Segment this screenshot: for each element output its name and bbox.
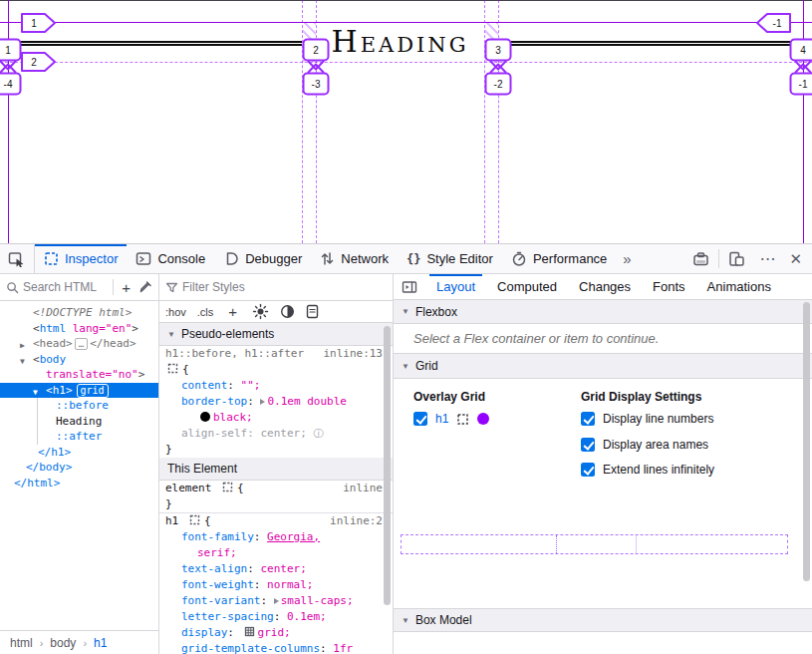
tab-layout[interactable]: Layout bbox=[425, 274, 486, 299]
screenshot-button[interactable] bbox=[685, 244, 716, 273]
property-border-top[interactable]: border-top: 0.1em double bbox=[159, 394, 393, 410]
rule-selector-line[interactable]: h1 { inline:2 bbox=[159, 513, 393, 529]
tab-animations[interactable]: Animations bbox=[696, 274, 782, 299]
node-picker-button[interactable] bbox=[0, 244, 35, 273]
sidebar-toggle-button[interactable] bbox=[394, 280, 425, 294]
tree-row-text-node[interactable]: Heading bbox=[38, 414, 158, 430]
setting-extend-lines-infinitely[interactable]: Extend lines infinitely bbox=[581, 463, 714, 477]
tab-debugger[interactable]: Debugger bbox=[214, 244, 311, 273]
grid-toggle-icon[interactable] bbox=[244, 626, 255, 637]
layout-sidebar: Layout Computed Changes Fonts Animations… bbox=[394, 274, 812, 654]
property-font-family-wrap[interactable]: serif; bbox=[159, 545, 393, 561]
setting-display-area-names[interactable]: Display area names bbox=[581, 438, 708, 452]
tab-network[interactable]: Network bbox=[311, 244, 398, 273]
setting-display-line-numbers[interactable]: Display line numbers bbox=[581, 412, 713, 426]
viewport-top-edge bbox=[0, 0, 812, 1]
tab-style-editor-label: Style Editor bbox=[426, 251, 492, 266]
checkbox-checked[interactable] bbox=[581, 438, 595, 452]
overlay-grid-checkbox[interactable] bbox=[413, 412, 427, 426]
property-font-family[interactable]: font-family: Georgia, bbox=[159, 529, 393, 545]
grid-color-swatch[interactable] bbox=[477, 413, 489, 425]
class-toggle[interactable]: .cls bbox=[197, 306, 214, 318]
tab-changes[interactable]: Changes bbox=[568, 274, 642, 299]
color-swatch-black[interactable] bbox=[200, 412, 210, 422]
expand-value-icon[interactable] bbox=[274, 598, 279, 604]
tree-row-body-attr[interactable]: translate="no"> bbox=[0, 367, 158, 383]
grid-col-line-4 bbox=[803, 0, 804, 243]
expand-value-icon[interactable] bbox=[260, 399, 265, 405]
tree-row-html-open[interactable]: <html lang="en"> bbox=[0, 321, 158, 337]
tree-row-pseudo-before[interactable]: ::before bbox=[38, 398, 158, 414]
breadcrumb-html[interactable]: html bbox=[10, 636, 33, 650]
responsive-design-mode-button[interactable] bbox=[721, 244, 752, 273]
tree-row-html-close[interactable]: </html> bbox=[0, 476, 158, 491]
font-link[interactable]: Georgia, bbox=[267, 530, 320, 543]
rule-source-link[interactable]: inline bbox=[343, 481, 383, 496]
add-rule-button[interactable]: + bbox=[224, 303, 241, 320]
add-node-button[interactable]: + bbox=[118, 279, 135, 296]
tab-console[interactable]: Console bbox=[127, 244, 214, 273]
grid-settings-icon[interactable] bbox=[456, 413, 469, 426]
search-html-input[interactable] bbox=[23, 280, 109, 294]
eyedropper-icon[interactable] bbox=[138, 280, 152, 294]
meatball-menu-icon: ⋯ bbox=[759, 249, 775, 268]
tree-row-doctype[interactable]: <!DOCTYPE html> bbox=[0, 305, 158, 321]
dark-theme-icon[interactable] bbox=[280, 304, 295, 319]
flexbox-section-header[interactable]: ▼ Flexbox bbox=[394, 300, 812, 324]
filter-styles-input[interactable] bbox=[182, 280, 387, 294]
grid-badge[interactable]: grid bbox=[77, 384, 109, 398]
pseudo-class-toggle[interactable]: :hov bbox=[165, 306, 186, 318]
rule-selector-line[interactable]: h1::before, h1::after inline:13 bbox=[159, 346, 393, 362]
box-model-section-header[interactable]: ▼ Box Model bbox=[394, 608, 812, 632]
tab-computed[interactable]: Computed bbox=[486, 274, 568, 299]
highlight-selector-icon[interactable] bbox=[222, 482, 233, 492]
inactive-info-icon[interactable]: ⓘ bbox=[313, 428, 323, 439]
layout-scrollbar[interactable] bbox=[803, 302, 810, 581]
rules-scrollbar[interactable] bbox=[384, 326, 391, 605]
chevron-double-icon: » bbox=[623, 250, 629, 267]
tree-row-body-open[interactable]: ▼ <body bbox=[0, 352, 158, 368]
property-font-weight[interactable]: font-weight: normal; bbox=[159, 577, 393, 593]
property-letter-spacing[interactable]: letter-spacing: 0.1em; bbox=[159, 609, 393, 625]
tree-row-pseudo-after[interactable]: ::after bbox=[38, 429, 158, 445]
light-theme-icon[interactable] bbox=[252, 303, 269, 320]
close-devtools-button[interactable]: ✕ bbox=[782, 244, 812, 273]
grid-section-header[interactable]: ▼ Grid bbox=[394, 354, 812, 379]
property-grid-template-columns[interactable]: grid-template-columns: 1fr bbox=[159, 641, 393, 654]
property-align-self[interactable]: align-self: center; ⓘ bbox=[159, 426, 393, 442]
grid-item-label[interactable]: h1 bbox=[435, 412, 448, 426]
highlight-selector-icon[interactable] bbox=[167, 363, 178, 374]
devtools-menu-button[interactable]: ⋯ bbox=[752, 244, 782, 273]
property-text-align[interactable]: text-align: center; bbox=[159, 561, 393, 577]
tree-row-h1-close[interactable]: </h1> bbox=[0, 445, 158, 461]
tab-style-editor[interactable]: {} Style Editor bbox=[398, 244, 502, 273]
tree-row-head[interactable]: ▶ <head>…</head> bbox=[0, 336, 158, 352]
tab-performance[interactable]: Performance bbox=[502, 244, 616, 273]
more-tabs-button[interactable]: » bbox=[616, 244, 636, 273]
grid-row-badge-neg1: -1 bbox=[754, 12, 792, 34]
property-border-top-wrap[interactable]: black; bbox=[159, 410, 393, 426]
tab-inspector[interactable]: Inspector bbox=[35, 244, 127, 273]
highlight-selector-icon[interactable] bbox=[189, 514, 200, 525]
rule-source-link[interactable]: inline:2 bbox=[330, 513, 383, 529]
inline-ellipsis-badge[interactable]: … bbox=[75, 338, 88, 350]
rule-source-link[interactable]: inline:13 bbox=[323, 346, 383, 362]
checkbox-checked[interactable] bbox=[581, 463, 595, 477]
breadcrumb-h1[interactable]: h1 bbox=[94, 636, 107, 650]
tab-fonts[interactable]: Fonts bbox=[642, 274, 696, 299]
pseudo-elements-header[interactable]: ▼ Pseudo-elements bbox=[159, 323, 393, 346]
rules-panel: :hov .cls + ▼ Pseudo-elements h1::before… bbox=[159, 274, 394, 654]
breadcrumb-body[interactable]: body bbox=[50, 636, 76, 650]
tree-row-body-close[interactable]: </body> bbox=[0, 460, 158, 476]
property-content[interactable]: content: ""; bbox=[159, 378, 393, 394]
checkbox-checked[interactable] bbox=[581, 412, 595, 426]
print-media-icon[interactable] bbox=[306, 304, 319, 319]
grid-outline-preview[interactable] bbox=[401, 534, 788, 554]
rule-selector-line[interactable]: element { inline bbox=[159, 481, 393, 496]
property-display[interactable]: display: grid; bbox=[159, 625, 393, 641]
svg-text:-2: -2 bbox=[494, 79, 503, 90]
tree-row-h1-selected[interactable]: ▼ <h1>grid bbox=[0, 383, 158, 399]
section-collapse-icon: ▼ bbox=[402, 616, 409, 625]
property-font-variant[interactable]: font-variant: small-caps; bbox=[159, 593, 393, 609]
this-element-header: This Element bbox=[159, 458, 393, 481]
